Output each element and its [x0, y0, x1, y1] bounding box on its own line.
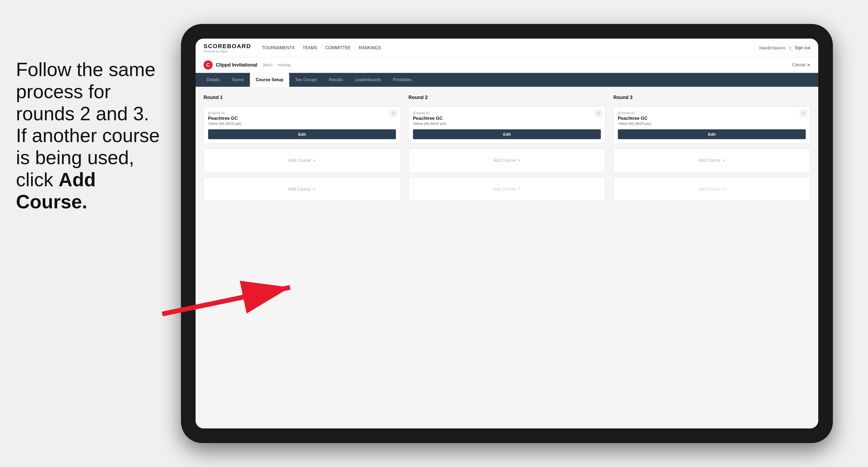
round-3-column: Round 3 ☐ (Course A) Peachtree GC Yellow…: [613, 95, 810, 201]
add-course-r2-label: Add Course: [493, 158, 516, 163]
round-2-add-course-2: Add Course +: [408, 177, 606, 201]
tournament-brand: C Clippd Invitational (Men) Hosting: [204, 60, 290, 69]
nav-committee[interactable]: COMMITTEE: [325, 44, 351, 52]
add-course-r3-label: Add Course: [698, 158, 721, 163]
round-3-edit-button[interactable]: Edit: [618, 129, 806, 139]
round-2-title: Round 2: [408, 95, 606, 100]
round-1-title: Round 1: [204, 95, 400, 100]
logo-subtitle: Powered by clippd: [204, 50, 251, 53]
cancel-icon: ✕: [807, 63, 810, 68]
tournament-header: C Clippd Invitational (Men) Hosting Canc…: [195, 57, 818, 73]
round-2-course-name: Peachtree GC: [413, 116, 601, 121]
round-1-add-course-2[interactable]: Add Course +: [204, 177, 400, 201]
nav-rankings[interactable]: RANKINGS: [359, 44, 381, 52]
add-course-label: Add Course: [288, 158, 311, 163]
tablet-screen: SCOREBOARD Powered by clippd TOURNAMENTS…: [195, 39, 818, 428]
brand-icon: C: [204, 60, 213, 69]
tab-printables[interactable]: Printables: [387, 73, 417, 87]
round-3-add-course-2: Add Course +: [613, 177, 810, 201]
round-2-course-card: ☐ (Course A) Peachtree GC Yellow (M) (66…: [408, 106, 606, 144]
nav-tournaments[interactable]: TOURNAMENTS: [262, 44, 294, 52]
round-2-course-label: (Course A): [413, 111, 601, 115]
add-plus-icon-2: +: [313, 187, 316, 192]
scoreboard-logo: SCOREBOARD Powered by clippd: [204, 43, 251, 53]
round-3-course-name: Peachtree GC: [618, 116, 806, 121]
nav-links: TOURNAMENTS TEAMS COMMITTEE RANKINGS: [262, 44, 381, 52]
round-1-course-card: ☐ (Course A) Peachtree GC Yellow (M) (66…: [204, 106, 400, 144]
tab-results[interactable]: Results: [323, 73, 349, 87]
main-content: Round 1 ☐ (Course A) Peachtree GC Yellow…: [195, 87, 818, 428]
tournament-status: Hosting: [278, 63, 290, 67]
add-course-label-2: Add Course: [288, 187, 311, 192]
instruction-text: Follow the same process for rounds 2 and…: [16, 59, 160, 212]
round-1-course-label: (Course A): [208, 111, 396, 115]
nav-teams[interactable]: TEAMS: [303, 44, 317, 52]
round-1-edit-button[interactable]: Edit: [208, 129, 396, 139]
tablet-device: SCOREBOARD Powered by clippd TOURNAMENTS…: [181, 24, 833, 443]
round-3-course-label: (Course A): [618, 111, 806, 115]
add-course-r2-label-2: Add Course: [493, 187, 516, 192]
tournament-gender: (Men): [262, 63, 273, 67]
add-plus-icon: +: [313, 158, 316, 163]
tab-bar: Details Teams Course Setup Tee Groups Re…: [195, 73, 818, 87]
tournament-name: Clippd Invitational: [216, 62, 257, 68]
round-2-delete-icon[interactable]: ☐: [595, 110, 602, 117]
tab-course-setup[interactable]: Course Setup: [250, 73, 289, 87]
round-3-course-card: ☐ (Course A) Peachtree GC Yellow (M) (66…: [613, 106, 810, 144]
round-2-course-details: Yellow (M) (6629 yds): [413, 122, 601, 126]
nav-separator: |: [789, 45, 790, 50]
add-course-r3-label-2: Add Course: [698, 187, 721, 192]
add-plus-r2-icon-2: +: [518, 187, 521, 192]
round-1-delete-icon[interactable]: ☐: [390, 110, 397, 117]
user-email: blair@clippd.io: [760, 45, 786, 50]
sign-out-link[interactable]: Sign out: [795, 44, 810, 52]
round-3-add-course-1[interactable]: Add Course +: [613, 149, 810, 173]
round-3-title: Round 3: [613, 95, 810, 100]
round-2-column: Round 2 ☐ (Course A) Peachtree GC Yellow…: [408, 95, 606, 201]
add-plus-r3-icon-2: +: [723, 187, 726, 192]
add-plus-r3-icon: +: [723, 158, 726, 163]
tab-teams[interactable]: Teams: [226, 73, 250, 87]
round-3-course-details: Yellow (M) (6629 yds): [618, 122, 806, 126]
instruction-panel: Follow the same process for rounds 2 and…: [0, 48, 181, 223]
nav-right: blair@clippd.io | Sign out: [760, 44, 810, 52]
round-1-course-name: Peachtree GC: [208, 116, 396, 121]
add-plus-r2-icon: +: [518, 158, 521, 163]
top-nav: SCOREBOARD Powered by clippd TOURNAMENTS…: [195, 39, 818, 57]
round-1-course-details: Yellow (M) (6629 yds): [208, 122, 396, 126]
round-2-add-course-1[interactable]: Add Course +: [408, 149, 606, 173]
round-1-column: Round 1 ☐ (Course A) Peachtree GC Yellow…: [204, 95, 400, 201]
tab-details[interactable]: Details: [201, 73, 226, 87]
cancel-button[interactable]: Cancel ✕: [792, 63, 810, 68]
round-3-delete-icon[interactable]: ☐: [800, 110, 807, 117]
round-1-add-course-1[interactable]: Add Course +: [204, 149, 400, 173]
logo-title: SCOREBOARD: [204, 43, 251, 50]
tab-tee-groups[interactable]: Tee Groups: [289, 73, 323, 87]
round-2-edit-button[interactable]: Edit: [413, 129, 601, 139]
tab-leaderboards[interactable]: Leaderboards: [349, 73, 387, 87]
rounds-grid: Round 1 ☐ (Course A) Peachtree GC Yellow…: [204, 95, 810, 201]
nav-left: SCOREBOARD Powered by clippd TOURNAMENTS…: [204, 43, 381, 53]
